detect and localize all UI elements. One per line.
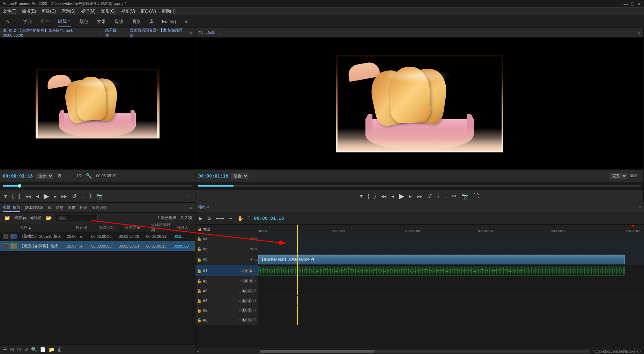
nav-library[interactable]: 库 — [149, 16, 154, 27]
source-timeline-strip[interactable] — [0, 182, 195, 190]
a5-solo-btn[interactable]: S — [247, 308, 252, 312]
tl-text-icon[interactable]: T — [247, 215, 251, 222]
a6-mute-btn[interactable]: M — [242, 318, 247, 322]
col-video[interactable]: 视频入 — [174, 225, 192, 230]
a6-lock-icon[interactable]: 🔒 — [197, 318, 202, 323]
col-duration[interactable]: 媒体持续时间 — [148, 222, 174, 233]
menu-file[interactable]: 文件(F) — [3, 8, 16, 14]
source-fit-select[interactable]: 适合 — [36, 173, 53, 179]
audio-clip-a1[interactable] — [258, 266, 625, 276]
v3-solo-icon[interactable]: □ — [254, 237, 257, 241]
a5-mute-btn[interactable]: M — [242, 308, 247, 312]
tl-wrench-icon[interactable]: ⚙ — [206, 215, 212, 222]
prog-step-fwd-btn[interactable]: ▸▸ — [415, 192, 424, 200]
timeline-scroll-thumb[interactable] — [260, 350, 375, 353]
a6-solo-btn[interactable]: S — [247, 318, 252, 322]
source-camera-btn[interactable]: 📷 — [95, 192, 105, 200]
nav-assembly[interactable]: 组件 — [40, 16, 50, 27]
a4-mute-btn[interactable]: M — [242, 299, 247, 303]
track-lock-all[interactable]: 🔒 — [198, 227, 202, 231]
source-settings-icon[interactable]: ⚙ — [56, 172, 63, 179]
nav-learn[interactable]: 学习 — [23, 16, 32, 27]
new-bin-icon[interactable]: 📁 — [3, 214, 12, 221]
prog-prev-btn[interactable]: { — [366, 192, 371, 200]
prog-fullscreen-btn[interactable]: ⛶ — [472, 192, 480, 200]
tab-media-browser[interactable]: 媒体浏览器 — [24, 204, 44, 212]
audio-mixer-tab[interactable]: 音频剪辑混合器: 【雍澶拾的厨房 — [130, 28, 186, 38]
nav-audio[interactable]: 音频 — [114, 16, 123, 27]
icon-view-btn[interactable]: ⊞ — [10, 347, 14, 352]
source-back-btn[interactable]: ◂ — [35, 192, 40, 200]
source-overwrite-btn[interactable]: ⤵ — [88, 192, 93, 200]
search-btn[interactable]: 🔍 — [31, 347, 37, 352]
timeline-timecode[interactable]: 00:00:01:18 — [254, 216, 284, 221]
menu-view[interactable]: 视图(V) — [121, 8, 135, 14]
timeline-scrollbar[interactable]: + — [195, 348, 644, 354]
close-btn[interactable]: ✕ — [637, 1, 641, 7]
source-fwd-btn[interactable]: ▸ — [52, 192, 58, 200]
program-panel-menu[interactable]: » — [638, 30, 641, 35]
a2-out-icon[interactable]: □ — [240, 279, 243, 283]
file-row-2[interactable]: 【雍澶拾的厨房】免烤 29.97 fps 00:00:00:00 00:05:0… — [0, 241, 195, 251]
tab-library[interactable]: 库 — [48, 204, 52, 212]
source-zoom-icon[interactable]: ↔ — [66, 172, 74, 179]
prog-next-btn[interactable]: } — [373, 192, 377, 200]
a1-lock-icon[interactable]: 🔒 — [197, 269, 202, 273]
v1-target-icon[interactable]: □ — [254, 258, 257, 262]
col-rate[interactable]: 帧速率 — [73, 225, 96, 230]
program-quality-select[interactable]: 完整 — [609, 173, 627, 179]
delete-btn[interactable]: 🗑 — [57, 347, 62, 352]
prog-trim-btn[interactable]: ✂ — [451, 192, 458, 200]
nav-edit[interactable]: 编辑 = — [58, 16, 71, 27]
a3-out-icon[interactable]: □ — [239, 289, 241, 293]
tab-marks[interactable]: 标记 — [80, 204, 87, 212]
track-a1-content[interactable] — [258, 265, 644, 276]
source-timecode[interactable]: 00:00:01:18 — [3, 173, 33, 179]
refresh-btn[interactable]: ↺ — [24, 347, 28, 352]
source-prev-edit-btn[interactable]: { — [10, 192, 15, 200]
v2-vis-icon[interactable]: 👁 — [250, 247, 253, 251]
v3-vis-icon[interactable]: 👁 — [250, 237, 253, 241]
effect-controls-tab[interactable]: 效果控件 — [105, 28, 120, 38]
a1-mute-btn[interactable]: M — [243, 269, 248, 273]
program-progress-bar[interactable] — [198, 185, 641, 187]
a1-solo-btn[interactable]: S — [249, 269, 253, 273]
menu-window[interactable]: 窗口(W) — [141, 8, 156, 14]
a3-lock-icon[interactable]: 🔒 — [197, 289, 202, 293]
source-prev-frame-btn[interactable]: ◂◂ — [24, 192, 32, 200]
minimize-btn[interactable]: — — [624, 1, 629, 7]
row-checkbox-2[interactable] — [3, 243, 8, 249]
tl-hand-icon[interactable]: ✋ — [237, 215, 244, 222]
tab-project[interactable]: 项目: 粗剪 — [3, 203, 20, 212]
v3-lock-icon[interactable]: 🔒 — [197, 237, 202, 241]
add-track-btn[interactable]: + — [197, 349, 199, 353]
tl-play-icon[interactable]: ▶ — [198, 215, 203, 222]
a3-mute-btn[interactable]: M — [242, 289, 247, 293]
tab-info[interactable]: 信息 — [56, 204, 64, 212]
a4-solo-btn[interactable]: S — [247, 299, 252, 303]
a2-mute-btn[interactable]: M — [243, 279, 248, 283]
prog-fwd-btn[interactable]: ▸ — [408, 192, 413, 200]
prog-camera-btn[interactable]: 📷 — [460, 192, 470, 200]
menu-help[interactable]: 帮助(H) — [162, 8, 176, 14]
source-wrench-icon[interactable]: 🔧 — [84, 172, 93, 179]
prog-mark-in-btn[interactable]: ▾ — [358, 192, 364, 200]
prog-extract-btn[interactable]: ⤵ — [443, 192, 449, 200]
row-checkbox-1[interactable] — [3, 234, 8, 239]
tab-effects[interactable]: 效果 — [68, 204, 75, 212]
a5-lock-icon[interactable]: 🔒 — [197, 308, 202, 313]
nav-editing[interactable]: Editing — [162, 17, 176, 26]
list-view-btn[interactable]: ☰ — [3, 347, 7, 352]
v2-lock-icon[interactable]: 🔒 — [197, 247, 202, 251]
a6-out-icon[interactable]: □ — [239, 318, 241, 322]
timeline-scroll-track[interactable] — [260, 350, 643, 353]
prog-loop-btn[interactable]: ↺ — [426, 192, 433, 200]
source-add-btn[interactable]: + — [184, 192, 192, 200]
nav-effects[interactable]: 效果 — [97, 16, 106, 27]
col-end[interactable]: 媒体结束 — [122, 225, 148, 230]
tl-zoom-icon[interactable]: ↔ — [228, 215, 234, 222]
program-tab[interactable]: 节目: 输出 — [198, 30, 216, 35]
a4-lock-icon[interactable]: 🔒 — [197, 299, 202, 303]
a2-lock-icon[interactable]: 🔒 — [197, 279, 202, 284]
source-tab[interactable]: 源: 输出:【雍澶拾的厨房】免烤脑包.mp4: 00:00:00:00 — [3, 28, 95, 37]
